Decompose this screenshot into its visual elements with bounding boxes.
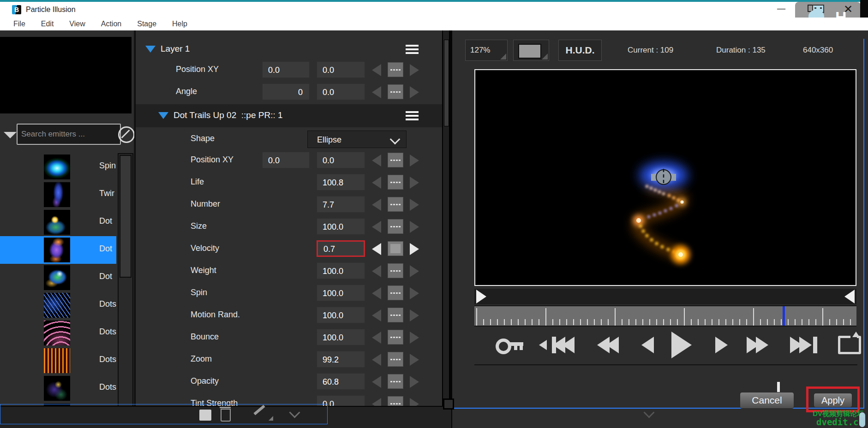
background-color-button[interactable] xyxy=(513,40,549,61)
hud-toggle-button[interactable]: H.U.D. xyxy=(558,40,602,61)
emitter-thumbnail[interactable] xyxy=(44,238,70,262)
search-input[interactable] xyxy=(17,124,121,145)
decrement-arrow-icon[interactable] xyxy=(372,64,381,76)
dropdown-triangle-icon[interactable] xyxy=(269,416,273,421)
keyframe-icon[interactable] xyxy=(496,336,524,354)
timeline-ruler[interactable] xyxy=(474,305,856,327)
swatch-outline-icon[interactable] xyxy=(443,398,454,410)
emitter-list-item[interactable]: Dots xyxy=(0,374,116,402)
emitter-thumbnail[interactable] xyxy=(44,155,70,179)
emitter-list-item[interactable]: Dots xyxy=(0,291,116,319)
decrement-arrow-icon[interactable] xyxy=(372,86,381,98)
emitter-header[interactable]: Dot Trails Up 02 ::pe PR:: 1 xyxy=(136,104,443,127)
loop-button[interactable] xyxy=(838,336,861,354)
decrement-arrow-icon[interactable] xyxy=(372,243,381,255)
emitter-list-item[interactable]: Spin xyxy=(0,153,116,181)
emitter-thumbnail[interactable] xyxy=(44,321,70,345)
decrement-arrow-icon[interactable] xyxy=(372,221,381,233)
hamburger-menu-icon[interactable] xyxy=(406,45,419,54)
emitter-thumbnail[interactable] xyxy=(44,182,70,207)
library-filter-dropdown-icon[interactable] xyxy=(4,132,17,138)
increment-arrow-icon[interactable] xyxy=(410,221,419,233)
decrement-arrow-icon[interactable] xyxy=(372,287,381,299)
stepper-box[interactable] xyxy=(388,62,403,77)
value-field[interactable]: 0.0 xyxy=(317,83,365,100)
value-field[interactable]: 60.8 xyxy=(317,373,365,390)
value-field[interactable]: 0 xyxy=(262,83,310,100)
stepper-box[interactable] xyxy=(388,197,403,212)
emitter-list-item[interactable]: Dots xyxy=(0,347,116,374)
emitter-thumbnail[interactable] xyxy=(44,293,70,318)
increment-arrow-icon[interactable] xyxy=(410,86,419,98)
decrement-arrow-icon[interactable] xyxy=(372,155,381,166)
go-to-end-button[interactable] xyxy=(790,337,817,353)
emitter-list-item[interactable]: Dot xyxy=(0,264,116,291)
value-field[interactable]: 0.0 xyxy=(317,152,365,168)
step-forward-button[interactable] xyxy=(715,337,728,353)
increment-arrow-icon[interactable] xyxy=(410,177,419,189)
stepper-box[interactable] xyxy=(388,219,403,234)
value-field[interactable]: 0.0 xyxy=(262,152,310,168)
stepper-box[interactable] xyxy=(388,241,403,256)
emitter-list-scrollbar[interactable] xyxy=(118,153,133,408)
properties-scrollbar[interactable] xyxy=(442,30,450,428)
decrement-arrow-icon[interactable] xyxy=(372,376,381,388)
stepper-box[interactable] xyxy=(388,352,403,367)
increment-arrow-icon[interactable] xyxy=(410,199,419,211)
emitter-list-item[interactable]: Dots xyxy=(0,319,116,347)
value-field[interactable]: 100.0 xyxy=(317,285,365,301)
increment-arrow-icon[interactable] xyxy=(410,265,419,277)
stepper-box[interactable] xyxy=(388,263,403,278)
decrement-arrow-icon[interactable] xyxy=(372,354,381,366)
emitter-thumbnail[interactable] xyxy=(44,265,70,290)
zoom-level-button[interactable]: 127% xyxy=(465,40,508,61)
stage-viewport[interactable] xyxy=(474,69,856,286)
value-field[interactable]: 0.0 xyxy=(317,61,365,78)
value-field[interactable]: 0.0 xyxy=(262,61,310,78)
step-back-button[interactable] xyxy=(641,337,654,353)
stepper-box[interactable] xyxy=(388,308,403,322)
hamburger-menu-icon[interactable] xyxy=(406,111,419,120)
scrollbar-thumb[interactable] xyxy=(444,40,449,126)
decrement-arrow-icon[interactable] xyxy=(372,309,381,321)
value-field[interactable]: 100.0 xyxy=(317,329,365,345)
increment-arrow-icon[interactable] xyxy=(410,376,419,388)
stepper-box[interactable] xyxy=(388,153,403,167)
stepper-box[interactable] xyxy=(388,84,403,99)
cancel-button[interactable]: Cancel xyxy=(740,392,794,409)
menu-item-file[interactable]: File xyxy=(6,20,33,28)
value-field-highlighted[interactable]: 0.7 xyxy=(317,240,365,257)
increment-arrow-icon[interactable] xyxy=(410,332,419,344)
shape-dropdown[interactable]: Ellipse xyxy=(307,131,407,148)
close-button[interactable]: ✕ xyxy=(844,3,853,16)
decrement-arrow-icon[interactable] xyxy=(372,199,381,211)
increment-arrow-icon[interactable] xyxy=(410,287,419,299)
value-field[interactable]: 100.0 xyxy=(317,262,365,279)
value-field[interactable]: 100.0 xyxy=(317,307,365,323)
collapse-triangle-icon[interactable] xyxy=(158,112,168,119)
value-field[interactable]: 100.8 xyxy=(317,174,365,190)
decrement-arrow-icon[interactable] xyxy=(372,177,381,189)
menu-item-edit[interactable]: Edit xyxy=(33,20,62,28)
playhead[interactable] xyxy=(783,306,785,327)
emitter-list-item[interactable]: Dot xyxy=(0,236,116,264)
apply-button[interactable]: Apply xyxy=(814,393,852,408)
timeline-range-bar[interactable] xyxy=(474,289,856,304)
menu-item-view[interactable]: View xyxy=(61,20,93,28)
decrement-arrow-icon[interactable] xyxy=(372,332,381,344)
menu-item-action[interactable]: Action xyxy=(93,20,129,28)
emitter-thumbnail[interactable] xyxy=(44,376,70,401)
increment-arrow-icon[interactable] xyxy=(410,155,419,166)
increment-arrow-icon[interactable] xyxy=(410,309,419,321)
stepper-box[interactable] xyxy=(388,285,403,300)
rewind-button[interactable] xyxy=(597,337,619,353)
increment-arrow-icon[interactable] xyxy=(410,243,419,255)
document-icon[interactable] xyxy=(199,410,211,421)
clear-search-icon[interactable] xyxy=(118,126,135,143)
menu-item-stage[interactable]: Stage xyxy=(129,20,164,28)
fast-forward-button[interactable] xyxy=(747,337,768,353)
play-button[interactable] xyxy=(671,332,692,358)
increment-arrow-icon[interactable] xyxy=(410,64,419,76)
menu-item-help[interactable]: Help xyxy=(164,20,195,28)
stepper-box[interactable] xyxy=(388,330,403,345)
